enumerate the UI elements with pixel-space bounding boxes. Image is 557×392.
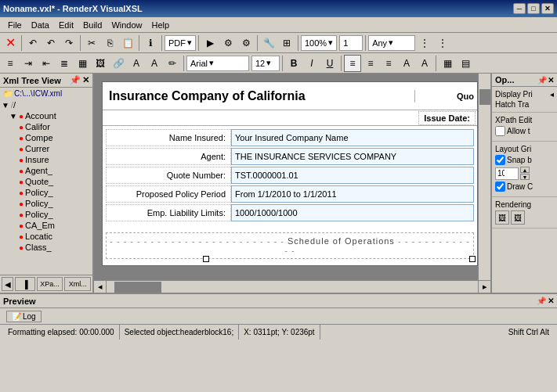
extra-button[interactable]: ⋮ bbox=[416, 34, 433, 52]
tree-policy3[interactable]: ● Policy_ bbox=[0, 209, 92, 220]
preview-pin-icon[interactable]: 📌 bbox=[537, 297, 546, 305]
font-family-dropdown[interactable]: Arial ▾ bbox=[186, 56, 249, 71]
align-right-button[interactable]: ≡ bbox=[380, 55, 397, 72]
xml-tree-path[interactable]: 📁 C:\...\ICW.xml bbox=[0, 88, 92, 99]
align-left-button[interactable]: ≡ bbox=[344, 55, 361, 72]
snap-down-button[interactable]: ▼ bbox=[520, 174, 530, 180]
align-left-icon[interactable]: ≡ bbox=[2, 55, 19, 72]
list-icon[interactable]: ≣ bbox=[56, 55, 73, 72]
preview-close-icon[interactable]: ✕ bbox=[548, 297, 554, 305]
tree-compe[interactable]: ● Compe bbox=[0, 132, 92, 143]
menu-data[interactable]: Data bbox=[27, 19, 54, 31]
xml-tree-close-icon[interactable]: ✕ bbox=[82, 75, 89, 85]
tree-caem[interactable]: ● CA_Em bbox=[0, 220, 92, 231]
redo-button[interactable]: ↷ bbox=[60, 34, 78, 52]
display-pri-collapse-icon[interactable]: ◂ bbox=[550, 90, 554, 99]
img-icon[interactable]: 🖼 bbox=[92, 55, 109, 72]
outdent-icon[interactable]: ⇤ bbox=[38, 55, 55, 72]
xpath-section-title: XPath Edit bbox=[495, 116, 554, 124]
color-btn[interactable]: A bbox=[146, 55, 163, 72]
tree-policy2[interactable]: ● Policy_ bbox=[0, 198, 92, 209]
grid-button[interactable]: ⊞ bbox=[278, 34, 295, 52]
table3-icon[interactable]: ▤ bbox=[457, 55, 474, 72]
tree-currer[interactable]: ● Currer bbox=[0, 143, 92, 154]
underline-button[interactable]: U bbox=[321, 55, 338, 72]
hscroll-thumb[interactable] bbox=[114, 282, 161, 293]
pdf-dropdown[interactable]: PDF ▾ bbox=[165, 35, 196, 51]
tree-califor[interactable]: ● Califor bbox=[0, 121, 92, 132]
log-button[interactable]: 📝 Log bbox=[6, 311, 42, 322]
render-img1-icon[interactable]: 🖼 bbox=[495, 210, 509, 225]
page-input[interactable]: 1 bbox=[339, 35, 363, 51]
xml-tree-pin-icon[interactable]: 📌 bbox=[70, 75, 81, 85]
canvas-scroll[interactable]: Insurance Company of California Quo Issu… bbox=[94, 74, 490, 280]
snap-value-input[interactable] bbox=[495, 167, 519, 180]
indent-icon[interactable]: ⇥ bbox=[20, 55, 37, 72]
tree-agent[interactable]: ● Agent_ bbox=[0, 165, 92, 176]
menu-file[interactable]: File bbox=[3, 19, 27, 31]
tree-account[interactable]: ▼ ● Account bbox=[0, 110, 92, 121]
sep7 bbox=[298, 35, 298, 51]
draw-checkbox[interactable] bbox=[495, 182, 505, 192]
undo-button[interactable]: ↶ bbox=[24, 34, 42, 52]
tree-locatic[interactable]: ● Locatic bbox=[0, 231, 92, 242]
menu-window[interactable]: Window bbox=[107, 19, 146, 31]
minimize-button[interactable]: ─ bbox=[513, 3, 526, 14]
cut-button[interactable]: ✂ bbox=[83, 34, 100, 52]
vertical-scrollbar[interactable] bbox=[478, 74, 490, 280]
format-btn[interactable]: A bbox=[128, 55, 145, 72]
menu-help[interactable]: Help bbox=[147, 19, 175, 31]
gear2-button[interactable]: ⚙ bbox=[237, 34, 255, 52]
paste-button[interactable]: 📋 bbox=[119, 34, 136, 52]
tree-policy1[interactable]: ● Policy_ bbox=[0, 187, 92, 198]
tree-mid-button[interactable]: ▐ bbox=[15, 277, 34, 291]
extra2-button[interactable]: ⋮ bbox=[434, 34, 451, 52]
bgcolor-button[interactable]: A bbox=[416, 55, 433, 72]
any-dropdown[interactable]: Any ▾ bbox=[368, 35, 415, 51]
hscroll-right-button[interactable]: ▸ bbox=[478, 281, 490, 293]
font-size-dropdown[interactable]: 12 ▾ bbox=[251, 56, 280, 71]
table-icon[interactable]: ▦ bbox=[74, 55, 91, 72]
close-button[interactable]: ✕ bbox=[541, 3, 554, 14]
allow-checkbox[interactable] bbox=[495, 126, 505, 136]
render-img2-icon[interactable]: 🖼 bbox=[511, 210, 525, 225]
table2-icon[interactable]: ▦ bbox=[439, 55, 456, 72]
undo2-button[interactable]: ↶ bbox=[42, 34, 60, 52]
log-label: Log bbox=[23, 312, 36, 321]
link-icon[interactable]: 🔗 bbox=[110, 55, 127, 72]
hscroll-left-button[interactable]: ◂ bbox=[94, 281, 107, 293]
xpa-label-btn[interactable]: XPa... bbox=[37, 277, 63, 291]
color2-button[interactable]: A bbox=[398, 55, 415, 72]
maximize-button[interactable]: □ bbox=[527, 3, 540, 14]
tool-button[interactable]: 🔧 bbox=[260, 34, 277, 52]
tree-class[interactable]: ● Class_ bbox=[0, 242, 92, 253]
tree-root[interactable]: ▼ / / bbox=[0, 99, 92, 110]
copy-button[interactable]: ⎘ bbox=[101, 34, 118, 52]
highlight-btn[interactable]: ✏ bbox=[164, 55, 181, 72]
tree-insure[interactable]: ● Insure bbox=[0, 154, 92, 165]
settings-button[interactable]: ⚙ bbox=[219, 34, 237, 52]
right-panel-pin-icon[interactable]: 📌 bbox=[537, 76, 547, 85]
play-button[interactable]: ▶ bbox=[201, 34, 219, 52]
snap-checkbox[interactable] bbox=[495, 155, 505, 165]
selection-handle-right[interactable] bbox=[469, 256, 476, 262]
info-button[interactable]: ℹ bbox=[142, 34, 159, 52]
scroll-thumb[interactable] bbox=[479, 89, 490, 105]
menu-edit[interactable]: Edit bbox=[54, 19, 78, 31]
tree-quote[interactable]: ● Quote_ bbox=[0, 176, 92, 187]
right-panel-close-icon[interactable]: ✕ bbox=[548, 76, 554, 85]
hscroll-track[interactable] bbox=[107, 281, 478, 293]
horizontal-scrollbar[interactable]: ◂ ▸ bbox=[94, 280, 490, 293]
sep8 bbox=[365, 35, 366, 51]
close-icon[interactable]: ✕ bbox=[2, 34, 19, 52]
log-icon: 📝 bbox=[12, 312, 21, 321]
align-center-button[interactable]: ≡ bbox=[362, 55, 379, 72]
tree-prev-button[interactable]: ◀ bbox=[2, 277, 13, 291]
selection-handle-left[interactable] bbox=[203, 256, 209, 262]
snap-up-button[interactable]: ▲ bbox=[520, 167, 530, 173]
xml-label-btn[interactable]: Xml... bbox=[64, 277, 91, 291]
menu-build[interactable]: Build bbox=[78, 19, 107, 31]
zoom-dropdown[interactable]: 100% ▾ bbox=[301, 35, 337, 51]
bold-button[interactable]: B bbox=[285, 55, 302, 72]
italic-button[interactable]: I bbox=[303, 55, 320, 72]
